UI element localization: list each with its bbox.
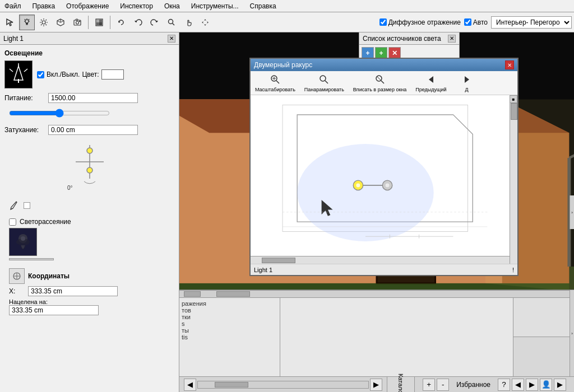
svg-rect-24 — [76, 19, 78, 21]
svg-line-40 — [10, 69, 13, 72]
status-scrollbar[interactable] — [197, 381, 369, 389]
auto-checkbox[interactable] — [464, 18, 471, 26]
person-btn[interactable]: 👤 — [540, 379, 552, 391]
rotate-btn[interactable] — [113, 15, 129, 30]
dialog-hscrollbar[interactable] — [251, 256, 510, 264]
scatter-checkbox[interactable] — [9, 218, 16, 226]
light-list-close-btn[interactable]: ✕ — [448, 35, 456, 43]
menu-view[interactable]: Отображение — [64, 1, 111, 11]
search-btn[interactable] — [164, 15, 179, 30]
expand-btn[interactable]: › — [570, 195, 574, 229]
svg-line-75 — [325, 81, 328, 83]
next-label: Д — [465, 87, 468, 92]
target-row: Нацелена на: — [9, 298, 170, 305]
dialog-footer: Light 1 ! — [251, 264, 517, 275]
status-next-btn[interactable]: ▶ — [370, 379, 382, 391]
fade-input[interactable] — [48, 125, 138, 135]
scroll-collapse-btn[interactable]: ■ — [510, 95, 517, 103]
hscroll-thumb[interactable] — [262, 258, 295, 263]
cube-tool-btn[interactable] — [53, 15, 68, 30]
color-picker[interactable] — [101, 69, 124, 80]
auto-checkbox-label[interactable]: Авто — [464, 18, 488, 26]
next-tool[interactable]: Д — [456, 73, 478, 92]
scatter-slider[interactable] — [9, 258, 54, 260]
move-btn[interactable] — [197, 15, 213, 30]
fit-tool[interactable]: Вписать в размер окна — [353, 73, 406, 92]
preset-dropdown[interactable]: Интерьер- Перегоро — [491, 16, 572, 29]
nav-back-btn[interactable]: ◀ — [512, 379, 524, 391]
svg-line-6 — [25, 19, 25, 20]
middle-panel — [280, 298, 513, 376]
prev-icon — [425, 73, 437, 86]
prop-ты: ты — [182, 327, 277, 334]
prev-tool[interactable]: Предыдущий — [415, 73, 446, 92]
menu-edit[interactable]: Правка — [30, 1, 58, 11]
select-tool-btn[interactable] — [2, 15, 18, 30]
prop-тов: тов — [182, 307, 277, 314]
svg-point-74 — [320, 76, 326, 81]
sun-tool-btn[interactable] — [36, 15, 52, 30]
render-btn[interactable] — [91, 15, 107, 30]
svg-rect-30 — [99, 22, 102, 25]
menu-windows[interactable]: Окна — [162, 1, 182, 11]
dual-view-dialog: Двумерный ракурс ✕ Масштабировать — [249, 58, 519, 276]
x-input[interactable] — [28, 286, 118, 296]
minus-btn[interactable]: - — [437, 379, 449, 391]
fade-row: Затуханиe: — [4, 124, 174, 136]
svg-marker-79 — [429, 76, 433, 83]
power-input[interactable] — [48, 93, 138, 103]
light-icon-display — [4, 60, 33, 88]
svg-point-52 — [21, 236, 25, 241]
light-enabled-checkbox[interactable] — [37, 71, 44, 78]
svg-rect-27 — [96, 20, 99, 22]
undo-btn[interactable] — [130, 15, 146, 30]
edit-row — [4, 199, 174, 212]
diffuse-checkbox-label[interactable]: Диффузное отражение — [379, 18, 461, 26]
power-row: Питание: — [4, 92, 174, 104]
menu-help[interactable]: Справка — [248, 1, 279, 11]
diffuse-checkbox[interactable] — [379, 18, 387, 26]
svg-line-3 — [29, 19, 29, 20]
status-prev-btn[interactable]: ◀ — [184, 379, 196, 391]
preview-2 — [513, 338, 570, 376]
play-btn[interactable]: ▶ — [554, 379, 566, 391]
checkbox-icon[interactable] — [24, 202, 30, 209]
vscroll-thumb[interactable] — [511, 103, 517, 120]
right-expander[interactable]: › — [570, 290, 574, 376]
nav-fwd-btn[interactable]: ▶ — [526, 379, 538, 391]
menu-inspector[interactable]: Инспектор — [118, 1, 155, 11]
catalog-label[interactable]: Каталог — [387, 377, 415, 392]
light-panel-close-btn[interactable]: ✕ — [168, 35, 175, 43]
dialog-vscrollbar[interactable] — [510, 95, 517, 264]
plus-btn[interactable]: + — [423, 379, 435, 391]
pan-tool[interactable]: Панарамировать — [304, 73, 344, 92]
hscroll-main-thumb[interactable] — [216, 291, 250, 297]
help-btn[interactable]: ? — [498, 379, 510, 391]
svg-rect-25 — [79, 21, 80, 22]
color-label: Цвет: — [82, 71, 99, 78]
redo-btn[interactable] — [147, 15, 163, 30]
light-panel-title: Light 1 — [3, 35, 24, 43]
hscrollbar[interactable] — [179, 290, 570, 298]
svg-line-77 — [381, 81, 384, 83]
prop-ражения: ражения — [182, 300, 277, 307]
target-input[interactable] — [9, 305, 99, 315]
svg-line-35 — [173, 23, 175, 25]
menu-file[interactable]: Файл — [2, 1, 24, 11]
dialog-close-btn[interactable]: ✕ — [505, 60, 514, 69]
hand-btn[interactable] — [180, 15, 196, 30]
svg-rect-29 — [96, 22, 99, 25]
dialog-canvas-area: ■ — [251, 95, 517, 264]
svg-marker-38 — [14, 66, 23, 80]
x-row: X: — [9, 286, 170, 296]
status-scroll-thumb[interactable] — [215, 382, 248, 388]
camera-tool-btn[interactable] — [70, 15, 85, 30]
x-label: X: — [9, 287, 26, 295]
power-slider[interactable] — [9, 109, 110, 118]
zoom-tool[interactable]: Масштабировать — [255, 73, 295, 92]
hscroll-thumb[interactable] — [184, 291, 201, 297]
menu-tools[interactable]: Инструменты... — [189, 1, 241, 11]
light-tool-btn[interactable] — [19, 15, 35, 30]
svg-line-41 — [24, 69, 27, 72]
target-value-row — [9, 305, 170, 315]
